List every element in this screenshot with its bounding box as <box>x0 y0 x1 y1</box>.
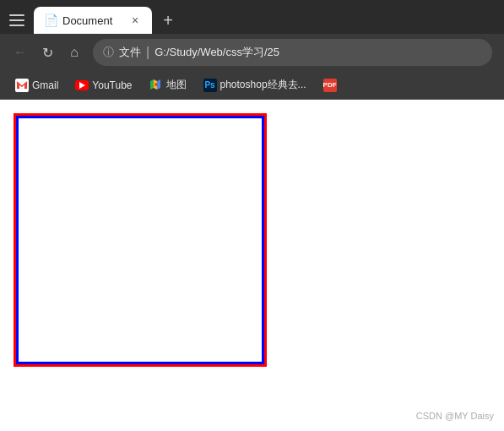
bookmark-gmail-label: Gmail <box>32 79 58 91</box>
active-tab[interactable]: 📄 Document × <box>34 7 152 34</box>
svg-point-2 <box>154 83 158 86</box>
browser-chrome: 📄 Document × + ← ↻ ⌂ ⓘ 文件 | G:/Study/Web… <box>0 0 504 100</box>
tab-title: Document <box>62 14 123 27</box>
bookmark-gmail[interactable]: Gmail <box>8 76 65 95</box>
watermark: CSDN @MY Daisy <box>416 411 494 421</box>
address-prefix: 文件 <box>119 45 141 60</box>
bookmarks-bar: Gmail YouTube 地图 <box>0 71 504 100</box>
bookmark-maps-label: 地图 <box>166 78 187 92</box>
address-bar[interactable]: ⓘ 文件 | G:/Study/Web/css学习/25 <box>93 39 492 66</box>
tab-favicon-icon: 📄 <box>44 14 57 27</box>
sidebar-toggle-icon <box>9 14 24 26</box>
new-tab-button[interactable]: + <box>155 8 181 33</box>
address-path: G:/Study/Web/css学习/25 <box>154 45 279 60</box>
bookmark-photoshop-label: photoshop经典去... <box>220 78 306 92</box>
bookmark-pdf[interactable]: PDF <box>317 76 347 95</box>
page-content: CSDN @MY Daisy <box>0 100 504 431</box>
home-button[interactable]: ⌂ <box>62 41 86 64</box>
tab-bar: 📄 Document × + <box>0 0 504 34</box>
maps-icon <box>149 79 163 92</box>
refresh-button[interactable]: ↻ <box>35 41 59 64</box>
nav-bar: ← ↻ ⌂ ⓘ 文件 | G:/Study/Web/css学习/25 <box>0 34 504 71</box>
bookmark-youtube[interactable]: YouTube <box>68 76 138 95</box>
pdf-icon: PDF <box>323 79 337 92</box>
address-separator: | <box>146 45 149 60</box>
sidebar-toggle-button[interactable] <box>7 10 27 30</box>
tab-close-button[interactable]: × <box>128 14 142 27</box>
bordered-box <box>14 113 267 367</box>
back-button[interactable]: ← <box>8 41 32 64</box>
bookmark-maps[interactable]: 地图 <box>143 75 193 95</box>
info-icon: ⓘ <box>103 45 114 60</box>
gmail-icon <box>15 79 29 92</box>
ps-icon: Ps <box>203 79 217 92</box>
bookmark-photoshop[interactable]: Ps photoshop经典去... <box>197 75 313 95</box>
bookmark-youtube-label: YouTube <box>92 79 132 91</box>
youtube-icon <box>75 79 89 92</box>
